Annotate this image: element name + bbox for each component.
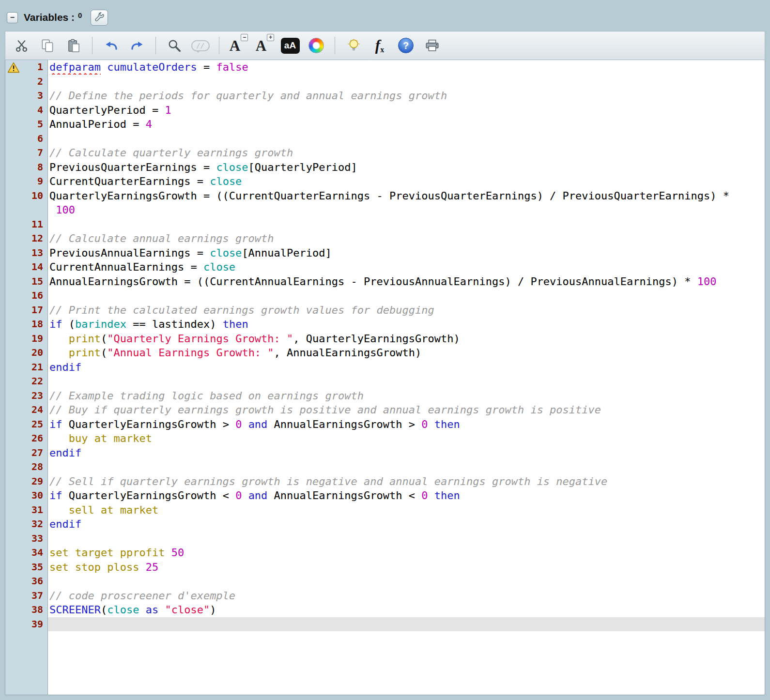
hint-button[interactable]: [341, 33, 366, 58]
code-row[interactable]: 38SCREENER(close as "close"): [5, 603, 765, 617]
code-line-text[interactable]: endif: [48, 360, 765, 375]
code-line-text[interactable]: // Calculate quarterly earnings growth: [48, 146, 765, 160]
code-line-text[interactable]: endif: [48, 517, 765, 532]
code-line-text[interactable]: QuarterlyEarningsGrowth = ((CurrentQuart…: [48, 189, 765, 203]
code-line-text[interactable]: print("Quarterly Earnings Growth: ", Qua…: [48, 332, 765, 346]
code-row[interactable]: 15AnnualEarningsGrowth = ((CurrentAnnual…: [5, 274, 765, 289]
code-row[interactable]: 33: [5, 532, 765, 546]
code-line-text[interactable]: [48, 75, 765, 89]
code-row[interactable]: 13PreviousAnnualEarnings = close[AnnualP…: [5, 246, 765, 260]
code-line-text[interactable]: // Calculate annual earnings growth: [48, 231, 765, 246]
code-row[interactable]: 29// Sell if quarterly earnings growth i…: [5, 474, 765, 489]
code-row[interactable]: 37// code proscreener d'exemple: [5, 589, 765, 603]
code-line-text[interactable]: // Buy if quarterly earnings growth is p…: [48, 403, 765, 417]
code-row[interactable]: 3// Define the periods for quarterly and…: [5, 89, 765, 103]
search-button[interactable]: [162, 33, 186, 58]
code-row[interactable]: 23// Example trading logic based on earn…: [5, 389, 765, 403]
code-line-text[interactable]: if QuarterlyEarningsGrowth > 0 and Annua…: [48, 417, 765, 432]
code-line-text[interactable]: [48, 132, 765, 146]
code-line-text[interactable]: [48, 460, 765, 474]
copy-button[interactable]: [35, 33, 60, 58]
code-line-text[interactable]: [48, 217, 765, 232]
code-row[interactable]: 30if QuarterlyEarningsGrowth < 0 and Ann…: [5, 488, 765, 503]
code-line-text[interactable]: defparam cumulateOrders = false: [48, 60, 765, 75]
print-button[interactable]: [420, 33, 444, 58]
code-line-text[interactable]: // Define the periods for quarterly and …: [48, 89, 765, 103]
comment-button[interactable]: //: [188, 33, 213, 58]
code-row[interactable]: 17// Print the calculated earnings growt…: [5, 303, 765, 318]
code-row[interactable]: 18if (barindex == lastindex) then: [5, 317, 765, 332]
font-case-button[interactable]: aA: [278, 33, 302, 58]
decrease-font-button[interactable]: A−: [226, 33, 250, 58]
code-line-text[interactable]: endif: [48, 446, 765, 460]
code-line-text[interactable]: QuarterlyPeriod = 1: [48, 103, 765, 118]
code-row[interactable]: 21endif: [5, 360, 765, 375]
code-row[interactable]: 35set stop ploss 25: [5, 560, 765, 575]
code-line-text[interactable]: [48, 289, 765, 303]
code-line-text[interactable]: PreviousAnnualEarnings = close[AnnualPer…: [48, 246, 765, 260]
code-row[interactable]: 2: [5, 75, 765, 89]
code-row[interactable]: 5AnnualPeriod = 4: [5, 117, 765, 132]
code-line-text[interactable]: print("Annual Earnings Growth: ", Annual…: [48, 346, 765, 360]
code-row[interactable]: 39: [5, 617, 765, 632]
code-row[interactable]: 10QuarterlyEarningsGrowth = ((CurrentQua…: [5, 189, 765, 203]
code-line-text[interactable]: buy at market: [48, 431, 765, 446]
code-line-text[interactable]: [48, 532, 765, 546]
code-line-text[interactable]: SCREENER(close as "close"): [48, 603, 765, 617]
code-row[interactable]: 19 print("Quarterly Earnings Growth: ", …: [5, 332, 765, 346]
code-row[interactable]: 28: [5, 460, 765, 474]
redo-button[interactable]: [125, 33, 149, 58]
code-line-text[interactable]: set target pprofit 50: [48, 546, 765, 560]
code-row[interactable]: 16: [5, 289, 765, 303]
code-row[interactable]: 8PreviousQuarterEarnings = close[Quarter…: [5, 160, 765, 175]
code-line-text[interactable]: // code proscreener d'exemple: [48, 589, 765, 603]
code-line-text[interactable]: sell at market: [48, 503, 765, 517]
code-line-text[interactable]: set stop ploss 25: [48, 560, 765, 575]
code-row[interactable]: 27endif: [5, 446, 765, 460]
help-button[interactable]: ?: [394, 33, 418, 58]
code-line-text[interactable]: if QuarterlyEarningsGrowth < 0 and Annua…: [48, 488, 765, 503]
code-row-continuation[interactable]: 100: [5, 203, 765, 217]
code-row[interactable]: 6: [5, 132, 765, 146]
code-line-text[interactable]: [48, 374, 765, 389]
code-row[interactable]: 31 sell at market: [5, 503, 765, 517]
settings-button[interactable]: [91, 10, 108, 26]
code-row[interactable]: 9CurrentQuarterEarnings = close: [5, 174, 765, 189]
code-row[interactable]: 24// Buy if quarterly earnings growth is…: [5, 403, 765, 417]
code-line-text[interactable]: if (barindex == lastindex) then: [48, 317, 765, 332]
code-area-empty[interactable]: [48, 631, 765, 695]
collapse-button[interactable]: −: [7, 12, 18, 23]
code-row[interactable]: 26 buy at market: [5, 431, 765, 446]
code-line-text[interactable]: [48, 574, 765, 589]
code-line-text[interactable]: 100: [48, 203, 765, 217]
code-line-text[interactable]: // Print the calculated earnings growth …: [48, 303, 765, 318]
color-picker-button[interactable]: [304, 33, 328, 58]
code-line-text[interactable]: AnnualPeriod = 4: [48, 117, 765, 132]
insert-function-button[interactable]: fx: [368, 33, 392, 58]
code-line-text[interactable]: // Sell if quarterly earnings growth is …: [48, 474, 765, 489]
code-line-text[interactable]: // Example trading logic based on earnin…: [48, 389, 765, 403]
code-editor[interactable]: 1defparam cumulateOrders = false23// Def…: [5, 60, 765, 695]
undo-button[interactable]: [99, 33, 123, 58]
code-line-text[interactable]: AnnualEarningsGrowth = ((CurrentAnnualEa…: [48, 274, 765, 289]
code-row[interactable]: 32endif: [5, 517, 765, 532]
code-line-text[interactable]: CurrentAnnualEarnings = close: [48, 260, 765, 274]
code-line-text[interactable]: [48, 617, 765, 632]
increase-font-button[interactable]: A+: [252, 33, 276, 58]
code-row[interactable]: 36: [5, 574, 765, 589]
code-row[interactable]: 14CurrentAnnualEarnings = close: [5, 260, 765, 274]
toolbar-separator: [155, 37, 156, 54]
code-line-text[interactable]: CurrentQuarterEarnings = close: [48, 174, 765, 189]
code-row[interactable]: 22: [5, 374, 765, 389]
cut-button[interactable]: [9, 33, 33, 58]
code-row[interactable]: 1defparam cumulateOrders = false: [5, 60, 765, 75]
code-row[interactable]: 4QuarterlyPeriod = 1: [5, 103, 765, 118]
paste-button[interactable]: [62, 33, 86, 58]
code-row[interactable]: 25if QuarterlyEarningsGrowth > 0 and Ann…: [5, 417, 765, 432]
code-row[interactable]: 7// Calculate quarterly earnings growth: [5, 146, 765, 160]
code-line-text[interactable]: PreviousQuarterEarnings = close[Quarterl…: [48, 160, 765, 175]
code-row[interactable]: 20 print("Annual Earnings Growth: ", Ann…: [5, 346, 765, 360]
code-row[interactable]: 12// Calculate annual earnings growth: [5, 231, 765, 246]
code-row[interactable]: 11: [5, 217, 765, 232]
code-row[interactable]: 34set target pprofit 50: [5, 546, 765, 560]
